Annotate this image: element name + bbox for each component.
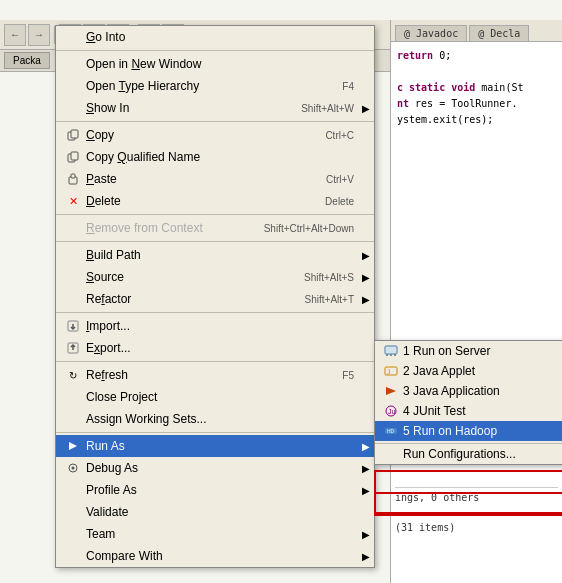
validate-icon <box>64 504 82 520</box>
menu-item-copy-qualified[interactable]: Copy Qualified Name <box>56 146 374 168</box>
svg-rect-1 <box>71 130 78 138</box>
refactor-label: Refactor <box>86 292 285 306</box>
submenu-java-applet[interactable]: J 2 Java Applet <box>375 361 562 381</box>
code-line-2 <box>397 64 556 80</box>
separator-4 <box>56 241 374 242</box>
refactor-arrow: ▶ <box>362 294 370 305</box>
run-as-arrow: ▶ <box>362 441 370 452</box>
export-label: Export... <box>86 341 354 355</box>
svg-point-15 <box>386 354 388 356</box>
source-label: Source <box>86 270 284 284</box>
menu-item-team[interactable]: Team ▶ <box>56 523 374 545</box>
menu-item-profile-as[interactable]: Profile As ▶ <box>56 479 374 501</box>
menu-item-run-as[interactable]: Run As ▶ <box>56 435 374 457</box>
run-server-icon <box>383 344 399 358</box>
compare-with-icon <box>64 548 82 564</box>
code-panel: @ Javadoc @ Decla return 0; c static voi… <box>390 20 562 583</box>
profile-as-label: Profile As <box>86 483 354 497</box>
team-label: Team <box>86 527 354 541</box>
tab-javadoc[interactable]: @ Javadoc <box>395 25 467 41</box>
validate-label: Validate <box>86 505 354 519</box>
run-hadoop-label: 5 Run on Hadoop <box>403 424 497 438</box>
import-icon <box>64 318 82 334</box>
delete-label: Delete <box>86 194 305 208</box>
svg-point-12 <box>72 467 75 470</box>
assign-icon <box>64 411 82 427</box>
menu-item-paste[interactable]: Paste Ctrl+V <box>56 168 374 190</box>
copy-label: Copy <box>86 128 305 142</box>
menu-item-delete[interactable]: ✕ Delete Delete <box>56 190 374 212</box>
submenu-java-application[interactable]: 3 Java Application <box>375 381 562 401</box>
profile-as-arrow: ▶ <box>362 485 370 496</box>
submenu-run-configurations[interactable]: Run Configurations... <box>375 444 562 464</box>
svg-rect-14 <box>386 347 396 353</box>
refresh-shortcut: F5 <box>342 370 354 381</box>
source-shortcut: Shift+Alt+S <box>304 272 354 283</box>
svg-text:J: J <box>387 368 391 375</box>
show-in-icon <box>64 100 82 116</box>
menu-item-source[interactable]: Source Shift+Alt+S ▶ <box>56 266 374 288</box>
code-line-5: ystem.exit(res); <box>397 112 556 128</box>
run-as-submenu: 1 Run on Server J 2 Java Applet 3 Java A… <box>374 340 562 465</box>
remove-context-icon <box>64 220 82 236</box>
menu-item-refresh[interactable]: ↻ Refresh F5 <box>56 364 374 386</box>
debug-as-label: Debug As <box>86 461 354 475</box>
import-label: Import... <box>86 319 354 333</box>
java-application-label: 3 Java Application <box>403 384 500 398</box>
code-content: return 0; c static void main(St nt res =… <box>391 42 562 134</box>
copy-shortcut: Ctrl+C <box>325 130 354 141</box>
delete-shortcut: Delete <box>325 196 354 207</box>
svg-marker-20 <box>386 387 396 395</box>
svg-rect-3 <box>71 152 78 160</box>
code-line-3: c static void main(St <box>397 80 556 96</box>
run-as-icon <box>64 438 82 454</box>
menu-item-remove-context[interactable]: Remove from Context Shift+Ctrl+Alt+Down <box>56 217 374 239</box>
build-path-icon <box>64 247 82 263</box>
menu-item-close-project[interactable]: Close Project <box>56 386 374 408</box>
code-tabs: @ Javadoc @ Decla <box>391 20 562 42</box>
code-line-1: return 0; <box>397 48 556 64</box>
close-project-label: Close Project <box>86 390 354 404</box>
submenu-junit-test[interactable]: Ju 4 JUnit Test <box>375 401 562 421</box>
menu-item-assign-working-sets[interactable]: Assign Working Sets... <box>56 408 374 430</box>
svg-point-17 <box>394 354 396 356</box>
menu-item-copy[interactable]: Copy Ctrl+C <box>56 124 374 146</box>
bottom-others-text: ings, 0 others <box>395 487 558 503</box>
toolbar-back-btn[interactable]: ← <box>4 24 26 46</box>
separator-6 <box>56 361 374 362</box>
build-path-label: Build Path <box>86 248 354 262</box>
menu-item-open-type-hierarchy[interactable]: Open Type Hierarchy F4 <box>56 75 374 97</box>
menu-item-refactor[interactable]: Refactor Shift+Alt+T ▶ <box>56 288 374 310</box>
menu-item-open-new-window[interactable]: Open in New Window <box>56 53 374 75</box>
menu-item-export[interactable]: Export... <box>56 337 374 359</box>
bottom-items-text: (31 items) <box>395 522 558 533</box>
menu-item-show-in[interactable]: Show In Shift+Alt+W ▶ <box>56 97 374 119</box>
menu-item-go-into[interactable]: Go Into <box>56 26 374 48</box>
tab-declaration[interactable]: @ Decla <box>469 25 529 41</box>
show-in-arrow: ▶ <box>362 103 370 114</box>
show-in-label: Show In <box>86 101 281 115</box>
submenu-run-server[interactable]: 1 Run on Server <box>375 341 562 361</box>
copy-icon <box>64 127 82 143</box>
separator-1 <box>56 50 374 51</box>
menu-item-validate[interactable]: Validate <box>56 501 374 523</box>
menu-item-import[interactable]: Import... <box>56 315 374 337</box>
tab-package-explorer[interactable]: Packa <box>4 52 50 69</box>
show-in-shortcut: Shift+Alt+W <box>301 103 354 114</box>
open-type-hierarchy-icon <box>64 78 82 94</box>
toolbar-forward-btn[interactable]: → <box>28 24 50 46</box>
junit-test-label: 4 JUnit Test <box>403 404 465 418</box>
menu-item-build-path[interactable]: Build Path ▶ <box>56 244 374 266</box>
separator-7 <box>56 432 374 433</box>
submenu-run-hadoop[interactable]: HD 5 Run on Hadoop <box>375 421 562 441</box>
menu-item-compare-with[interactable]: Compare With ▶ <box>56 545 374 567</box>
context-menu: Go Into Open in New Window Open Type Hie… <box>55 25 375 568</box>
run-hadoop-icon: HD <box>383 424 399 438</box>
open-new-window-icon <box>64 56 82 72</box>
menu-item-debug-as[interactable]: Debug As ▶ <box>56 457 374 479</box>
copy-qualified-icon <box>64 149 82 165</box>
paste-shortcut: Ctrl+V <box>326 174 354 185</box>
refactor-icon <box>64 291 82 307</box>
close-project-icon <box>64 389 82 405</box>
copy-qualified-label: Copy Qualified Name <box>86 150 354 164</box>
